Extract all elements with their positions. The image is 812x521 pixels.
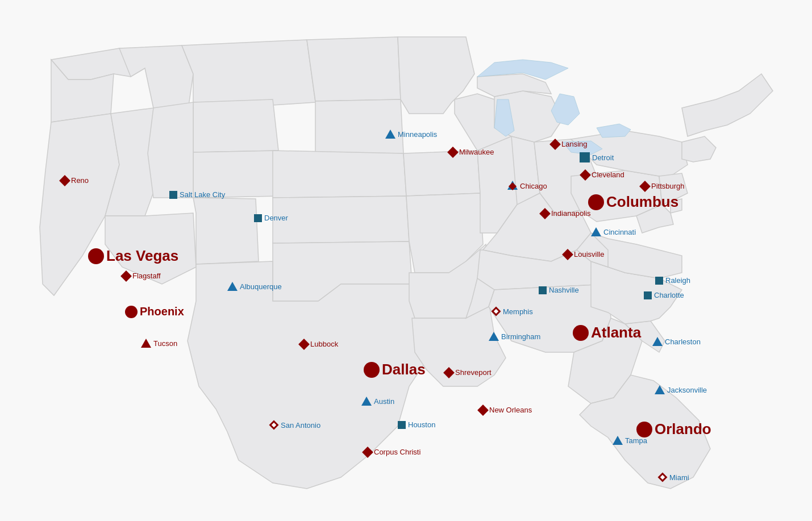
city-marker: Lubbock (300, 340, 338, 348)
city-shape-tampa (613, 436, 623, 445)
city-label: Las Vegas (106, 247, 178, 265)
city-shape-las-vegas (88, 248, 104, 264)
city-label: Houston (408, 420, 435, 429)
city-shape-cincinnati (591, 227, 601, 236)
city-shape-shreveport (443, 367, 455, 378)
city-marker: Orlando (636, 420, 711, 438)
city-marker: Detroit (580, 152, 614, 162)
city-marker: Austin (361, 397, 394, 406)
city-marker: Atlanta (573, 324, 641, 341)
city-label: Jacksonville (667, 386, 707, 394)
city-shape-jacksonville (655, 385, 665, 394)
city-label: San Antonio (281, 421, 320, 430)
city-label: Raleigh (665, 276, 690, 285)
city-label: Chicago (520, 182, 547, 190)
city-label: Orlando (655, 420, 711, 438)
city-marker: Nashville (539, 286, 579, 294)
city-shape-minneapolis (385, 130, 395, 139)
city-label: Salt Lake City (180, 190, 225, 199)
city-label: New Orleans (489, 406, 532, 414)
city-shape-cleveland (580, 169, 591, 181)
city-label: Tucson (153, 339, 177, 348)
city-marker: San Antonio (269, 420, 320, 430)
city-marker: Lansing (551, 140, 588, 148)
city-marker: Dallas (364, 361, 426, 378)
city-shape-raleigh (655, 277, 663, 285)
city-label: Charleston (665, 337, 701, 346)
city-marker: Minneapolis (385, 130, 437, 139)
city-marker: New Orleans (479, 406, 532, 414)
city-shape-charlotte (644, 291, 652, 299)
city-marker: Pittsburgh (641, 182, 685, 190)
city-marker: Corpus Christi (364, 448, 420, 456)
city-marker: Jacksonville (655, 385, 707, 394)
city-marker: Denver (254, 214, 288, 222)
city-label: Pittsburgh (651, 182, 685, 190)
city-label: Charlotte (654, 291, 684, 299)
city-label: Corpus Christi (374, 448, 420, 456)
city-label: Lubbock (310, 340, 338, 348)
city-label: Minneapolis (398, 130, 437, 139)
city-label: Louisville (574, 250, 604, 259)
city-shape-charleston (652, 337, 663, 346)
city-marker: Charleston (652, 337, 701, 346)
city-shape-san-antonio (269, 420, 278, 430)
city-label: Reno (71, 176, 89, 185)
city-label: Miami (669, 473, 689, 482)
city-shape-reno (59, 175, 70, 186)
city-shape-flagstaff (120, 270, 132, 282)
city-marker: Tucson (141, 339, 177, 348)
city-shape-birmingham (489, 332, 499, 341)
city-shape-albuquerque (227, 282, 238, 291)
city-label: Dallas (382, 361, 426, 378)
city-marker: Shreveport (445, 368, 492, 377)
city-shape-houston (398, 421, 406, 429)
city-shape-nashville (539, 286, 547, 294)
city-shape-columbus (588, 194, 604, 210)
city-marker: Chicago (507, 181, 547, 191)
city-shape-louisville (562, 249, 573, 260)
city-label: Lansing (561, 140, 588, 148)
city-label: Flagstaff (132, 272, 161, 280)
city-label: Memphis (503, 307, 533, 316)
city-marker: Houston (398, 420, 435, 429)
city-shape-milwaukee (447, 147, 459, 158)
city-label: Shreveport (455, 368, 492, 377)
city-marker: Raleigh (655, 276, 690, 285)
city-marker: Miami (658, 473, 689, 482)
city-shape-detroit (580, 152, 590, 162)
city-marker: Phoenix (125, 305, 184, 318)
city-label: Austin (374, 397, 394, 406)
city-label: Albuquerque (240, 282, 282, 291)
city-label: Detroit (592, 153, 614, 162)
city-marker: Indianapolis (541, 209, 590, 218)
city-marker: Reno (61, 176, 89, 185)
city-shape-new-orleans (477, 405, 489, 416)
city-marker: Las Vegas (88, 247, 178, 265)
city-shape-austin (361, 397, 372, 406)
city-marker: Milwaukee (449, 148, 494, 156)
city-marker: Birmingham (489, 332, 540, 341)
city-marker: Cincinnati (591, 227, 636, 236)
city-label: Milwaukee (459, 148, 494, 156)
map-container: RenoLas VegasFlagstaffPhoenixTucsonSalt … (0, 0, 812, 521)
city-label: Nashville (549, 286, 579, 294)
city-shape-atlanta (573, 325, 589, 341)
city-marker: Louisville (564, 250, 604, 259)
city-shape-orlando (636, 422, 652, 437)
city-marker: Salt Lake City (169, 190, 225, 199)
city-shape-tucson (141, 339, 151, 348)
city-shape-lubbock (298, 339, 310, 350)
city-shape-pittsburgh (639, 181, 651, 192)
city-label: Cleveland (592, 170, 624, 179)
city-shape-indianapolis (539, 208, 551, 219)
city-marker: Cleveland (581, 170, 624, 179)
city-label: Indianapolis (551, 209, 590, 218)
city-shape-memphis (492, 307, 501, 316)
city-marker: Columbus (588, 193, 678, 211)
city-shape-dallas (364, 362, 380, 378)
city-shape-corpus-christi (362, 447, 373, 458)
city-marker: Memphis (492, 307, 533, 316)
city-label: Columbus (606, 193, 678, 211)
city-marker: Charlotte (644, 291, 684, 299)
